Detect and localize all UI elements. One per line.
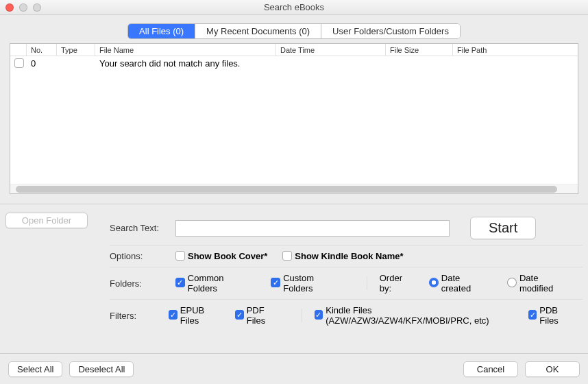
table-row[interactable]: 0 Your search did not match any files. [10, 56, 578, 70]
order-date-created[interactable]: Date created [429, 273, 492, 293]
checkbox-checked-icon [175, 278, 185, 287]
col-no[interactable]: No. [27, 44, 57, 56]
options-label: Options: [110, 251, 169, 261]
table-header: No. Type File Name Date Time File Size F… [10, 44, 578, 56]
divider [302, 309, 302, 322]
show-book-cover-option[interactable]: Show Book Cover* [175, 251, 267, 261]
order-by-label: Order by: [380, 273, 417, 293]
radio-off-icon [507, 278, 517, 287]
row-checkbox[interactable] [14, 58, 24, 68]
col-date-time[interactable]: Date Time [276, 44, 386, 56]
checkbox-checked-icon [271, 278, 280, 287]
start-button[interactable]: Start [470, 217, 536, 239]
filter-pdb[interactable]: PDB Files [528, 305, 574, 326]
radio-on-icon [429, 278, 439, 287]
custom-folders-option[interactable]: Custom Folders [271, 273, 346, 293]
tab-bar: All Files (0) My Recent Documents (0) Us… [10, 23, 578, 39]
col-file-size[interactable]: File Size [386, 44, 453, 56]
tab-user-folders[interactable]: User Folders/Custom Folders [321, 24, 460, 38]
filters-row: Filters: EPUB Files PDF Files Kindle Fil… [110, 300, 583, 331]
common-folders-option[interactable]: Common Folders [175, 273, 256, 293]
divider [367, 276, 367, 290]
ok-button[interactable]: OK [525, 361, 580, 377]
show-kindle-name-option[interactable]: Show Kindle Book Name* [282, 251, 403, 261]
checkbox-checked-icon [235, 310, 244, 320]
cancel-button[interactable]: Cancel [463, 361, 518, 377]
filters-label: Filters: [110, 311, 162, 321]
results-table: No. Type File Name Date Time File Size F… [10, 43, 578, 194]
col-file-name[interactable]: File Name [95, 44, 276, 56]
search-input[interactable] [175, 220, 450, 237]
col-file-path[interactable]: File Path [453, 44, 578, 56]
row-no: 0 [27, 58, 57, 69]
col-checkbox[interactable] [10, 44, 27, 56]
search-row: Search Text: Start [110, 211, 583, 245]
filter-pdf[interactable]: PDF Files [235, 305, 281, 326]
checkbox-icon [282, 251, 292, 261]
search-label: Search Text: [110, 223, 169, 233]
titlebar: Search eBooks [0, 0, 588, 15]
folders-row: Folders: Common Folders Custom Folders O… [110, 267, 583, 300]
deselect-all-button[interactable]: Deselect All [69, 361, 134, 377]
tab-recent-documents[interactable]: My Recent Documents (0) [195, 24, 321, 38]
options-row: Options: Show Book Cover* Show Kindle Bo… [110, 245, 583, 267]
filter-kindle[interactable]: Kindle Files (AZW/AZW3/AZW4/KFX/MOBI/PRC… [315, 305, 513, 326]
order-date-modified[interactable]: Date modified [507, 273, 574, 293]
checkbox-checked-icon [528, 310, 537, 320]
horizontal-scrollbar[interactable] [10, 184, 578, 193]
footer: Select All Deselect All Cancel OK [0, 354, 588, 384]
filter-epub[interactable]: EPUB Files [169, 305, 220, 326]
checkbox-icon [175, 251, 185, 261]
folders-label: Folders: [110, 278, 169, 289]
open-folder-button[interactable]: Open Folder [5, 213, 88, 228]
checkbox-checked-icon [169, 310, 177, 320]
col-type[interactable]: Type [57, 44, 95, 56]
select-all-button[interactable]: Select All [8, 361, 62, 377]
window-title: Search eBooks [0, 2, 588, 12]
scroll-thumb[interactable] [16, 186, 557, 193]
checkbox-checked-icon [315, 310, 323, 320]
tab-all-files[interactable]: All Files (0) [128, 24, 195, 38]
row-file-name: Your search did not match any files. [95, 58, 578, 69]
